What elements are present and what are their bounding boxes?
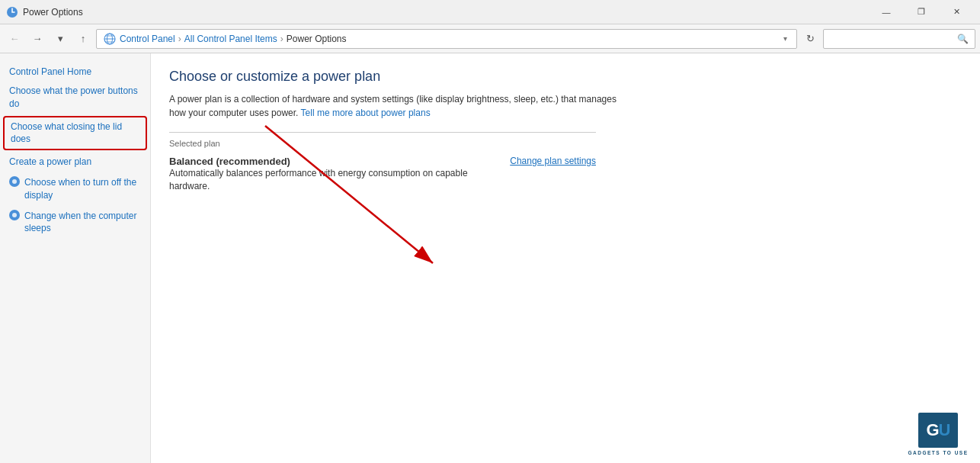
sidebar-item-power-buttons[interactable]: Choose what the power buttons do <box>0 81 150 114</box>
sidebar-item-sleep[interactable]: Change when the computer sleeps <box>0 206 150 240</box>
address-chevron-icon[interactable]: ▾ <box>780 34 790 43</box>
maximize-button[interactable]: ❐ <box>904 0 939 24</box>
plan-description: Automatically balances performance with … <box>169 167 510 193</box>
search-box[interactable]: 🔍 <box>823 29 975 49</box>
forward-button[interactable]: → <box>27 29 47 49</box>
plan-row: Balanced (recommended) Automatically bal… <box>169 156 596 193</box>
breadcrumb-cp[interactable]: Control Panel <box>120 34 175 44</box>
display-icon <box>9 176 20 187</box>
sidebar-item-lid[interactable]: Choose what closing the lid does <box>3 116 147 151</box>
globe-icon <box>103 32 117 46</box>
learn-more-link[interactable]: Tell me more about power plans <box>301 108 431 118</box>
app-icon <box>6 6 18 18</box>
search-icon: 🔍 <box>957 34 969 44</box>
address-box[interactable]: Control Panel › All Control Panel Items … <box>96 29 797 49</box>
titlebar: Power Options — ❐ ✕ <box>0 0 980 24</box>
breadcrumb-sep1: › <box>178 34 181 44</box>
content-description: A power plan is a collection of hardware… <box>169 92 626 120</box>
change-plan-link[interactable]: Change plan settings <box>510 156 596 166</box>
watermark-tagline: GADGETS TO USE <box>904 450 972 455</box>
breadcrumb-sep2: › <box>280 34 283 44</box>
back-button[interactable]: ← <box>5 29 24 49</box>
addressbar: ← → ▾ ↑ Control Panel › All Control Pane… <box>0 24 980 53</box>
watermark-logo: GU <box>918 413 958 448</box>
recent-button[interactable]: ▾ <box>50 29 70 49</box>
power-buttons-label: Choose what the power buttons do <box>9 85 141 111</box>
breadcrumb-current: Power Options <box>287 34 347 44</box>
main-layout: Control Panel Home Choose what the power… <box>0 53 980 463</box>
sidebar-heading[interactable]: Control Panel Home <box>0 63 150 81</box>
sleep-label: Change when the computer sleeps <box>24 210 141 236</box>
selected-plan-label: Selected plan <box>169 139 962 148</box>
refresh-button[interactable]: ↻ <box>800 29 820 49</box>
plan-name: Balanced (recommended) Automatically bal… <box>169 156 510 193</box>
up-button[interactable]: ↑ <box>73 29 93 49</box>
lid-label: Choose what closing the lid does <box>11 121 139 146</box>
close-button[interactable]: ✕ <box>939 0 974 24</box>
minimize-button[interactable]: — <box>869 0 904 24</box>
sleep-icon <box>9 210 20 220</box>
section-divider <box>169 132 596 133</box>
titlebar-title: Power Options <box>23 7 869 18</box>
content-area: Choose or customize a power plan A power… <box>151 53 980 463</box>
page-title: Choose or customize a power plan <box>169 69 962 85</box>
display-label: Choose when to turn off the display <box>24 176 141 202</box>
sidebar-item-display[interactable]: Choose when to turn off the display <box>0 172 150 206</box>
titlebar-controls: — ❐ ✕ <box>869 0 974 24</box>
svg-point-6 <box>12 179 17 184</box>
create-plan-label: Create a power plan <box>9 156 91 169</box>
sidebar: Control Panel Home Choose what the power… <box>0 53 151 463</box>
sidebar-item-create-plan[interactable]: Create a power plan <box>0 152 150 172</box>
svg-point-7 <box>12 213 17 217</box>
breadcrumb-all[interactable]: All Control Panel Items <box>184 34 277 44</box>
watermark: GU GADGETS TO USE <box>904 413 972 455</box>
plan-name-text: Balanced (recommended) <box>169 156 510 167</box>
